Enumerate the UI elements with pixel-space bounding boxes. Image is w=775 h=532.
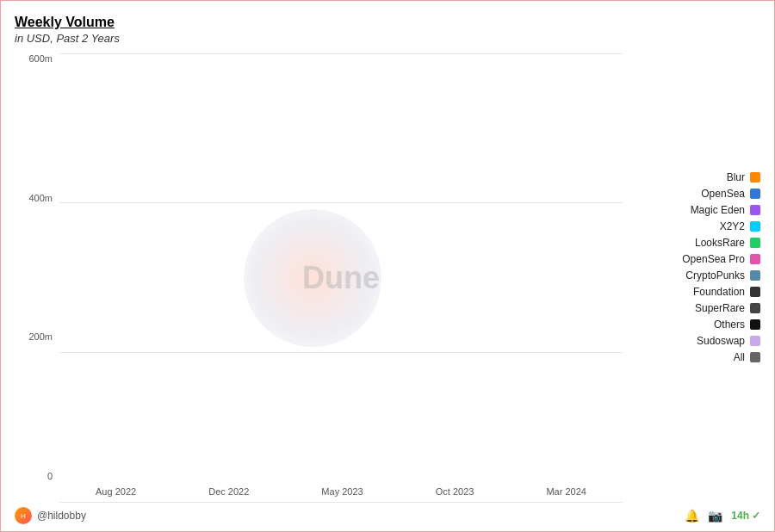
legend-item-foundation[interactable]: Foundation (633, 286, 760, 298)
bell-icon[interactable]: 🔔 (685, 509, 699, 523)
camera-icon[interactable]: 📷 (708, 509, 722, 523)
y-label-200: 200m (28, 331, 53, 342)
legend-item-blur[interactable]: Blur (633, 171, 760, 183)
legend-item-sudoswap[interactable]: Sudoswap (633, 335, 760, 347)
legend-label: LooksRare (695, 237, 745, 249)
legend-color (750, 319, 760, 330)
legend-label: All (734, 351, 745, 363)
legend-item-all[interactable]: All (633, 351, 760, 363)
y-axis: 600m 400m 200m 0 (15, 53, 56, 481)
x-label-3: May 2023 (321, 486, 363, 497)
legend-item-cryptopunks[interactable]: CryptoPunks (633, 269, 760, 281)
legend-label: Foundation (693, 286, 745, 298)
legend-label: X2Y2 (720, 220, 745, 232)
y-label-0: 0 (47, 471, 53, 481)
legend-item-opensea-pro[interactable]: OpenSea Pro (633, 253, 760, 265)
avatar: H (15, 507, 32, 524)
legend-label: Magic Eden (691, 204, 745, 216)
y-label-600: 600m (28, 53, 53, 64)
legend-item-magic-eden[interactable]: Magic Eden (633, 204, 760, 216)
legend-item-others[interactable]: Others (633, 319, 760, 331)
x-label-5: Mar 2024 (546, 486, 586, 497)
x-label-1: Aug 2022 (96, 486, 136, 497)
legend-label: SuperRare (695, 302, 745, 314)
username: @hildobby (37, 510, 86, 522)
time-badge: 14h ✓ (731, 510, 760, 522)
legend-color (750, 352, 760, 362)
bars-container (59, 53, 623, 481)
chart-body: Dune Aug 2022 Dec 2022 May 2023 Oct 2023… (59, 53, 623, 502)
legend-label: Others (714, 319, 745, 331)
legend-item-opensea[interactable]: OpenSea (633, 188, 760, 200)
y-label-400: 400m (28, 193, 53, 203)
legend-color (750, 221, 760, 232)
footer: H @hildobby 🔔 📷 14h ✓ (15, 507, 760, 524)
chart-main: 600m 400m 200m 0 Dune (15, 53, 623, 502)
legend-label: CryptoPunks (685, 269, 745, 281)
check-icon: ✓ (752, 510, 760, 522)
legend-color (750, 287, 760, 297)
legend-color (750, 270, 760, 281)
legend-color (750, 303, 760, 313)
x-label-4: Oct 2023 (436, 486, 474, 497)
legend-color (750, 205, 760, 215)
grid-line-bottom (59, 502, 623, 503)
legend-label: OpenSea Pro (682, 253, 745, 265)
chart-legend: Blur OpenSea Magic Eden X2Y2 LooksRare O… (623, 53, 760, 502)
main-container: Weekly Volume in USD, Past 2 Years 600m … (0, 0, 775, 532)
x-label-2: Dec 2022 (208, 486, 249, 497)
legend-item-x2y2[interactable]: X2Y2 (633, 220, 760, 232)
legend-color (750, 254, 760, 264)
legend-color (750, 172, 760, 182)
chart-area: 600m 400m 200m 0 Dune (15, 53, 760, 502)
legend-label: Blur (727, 171, 745, 183)
legend-color (750, 189, 760, 199)
legend-label: Sudoswap (697, 335, 745, 347)
legend-color (750, 336, 760, 346)
x-axis: Aug 2022 Dec 2022 May 2023 Oct 2023 Mar … (59, 481, 623, 502)
footer-left: H @hildobby (15, 507, 86, 524)
legend-label: OpenSea (701, 188, 745, 200)
chart-title: Weekly Volume (15, 15, 760, 30)
footer-right: 🔔 📷 14h ✓ (685, 509, 760, 523)
legend-color (750, 238, 760, 248)
legend-item-superrare[interactable]: SuperRare (633, 302, 760, 314)
legend-item-looksrare[interactable]: LooksRare (633, 237, 760, 249)
chart-subtitle: in USD, Past 2 Years (15, 32, 760, 45)
time-value: 14h (731, 510, 749, 522)
